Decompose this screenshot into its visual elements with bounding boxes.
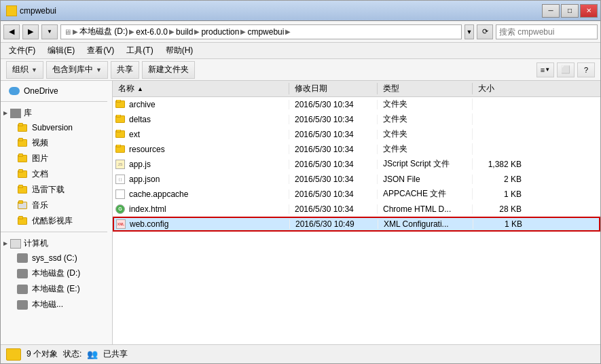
include-label: 包含到库中	[52, 64, 93, 75]
new-folder-button[interactable]: 新建文件夹	[142, 61, 195, 79]
content-area: 名称 ▲ 修改日期 类型 大小 arch	[113, 81, 600, 344]
file-date-cell: 2016/5/30 10:34	[289, 145, 378, 154]
xml-file-icon: XML	[116, 219, 126, 229]
view-toggle-button[interactable]: ≡ ▼	[536, 62, 554, 77]
preview-pane-button[interactable]: ⬜	[557, 62, 575, 77]
sidebar: OneDrive ▶ 库 Subversion	[1, 81, 113, 344]
file-name: ext	[129, 130, 140, 139]
path-segment-home: 🖥	[64, 28, 71, 36]
maximize-button[interactable]: □	[561, 4, 579, 18]
path-segment-cmpwebui: cmpwebui	[247, 27, 284, 37]
local-e-icon	[17, 284, 28, 295]
file-date-cell: 2016/5/30 10:34	[289, 175, 378, 184]
file-name-cell: G index.html	[113, 204, 289, 214]
sidebar-item-local-d[interactable]: 本地磁盘 (D:)	[1, 266, 107, 281]
image-icon	[17, 153, 28, 164]
file-date-cell: 2016/5/30 10:49	[290, 219, 378, 229]
sidebar-local-more-label: 本地磁...	[32, 299, 63, 310]
file-name: deltas	[129, 115, 151, 124]
help-button[interactable]: ?	[577, 62, 595, 77]
back-button[interactable]: ◀	[3, 24, 20, 39]
file-type-cell: 文件夹	[378, 98, 473, 110]
include-library-button[interactable]: 包含到库中 ▼	[46, 61, 108, 79]
file-size-cell: 1,382 KB	[473, 160, 527, 169]
file-type-cell: 文件夹	[378, 143, 473, 155]
html-file-icon: G	[115, 204, 125, 214]
sidebar-item-yx[interactable]: 优酷影视库	[1, 213, 107, 229]
toolbar: 组织 ▼ 包含到库中 ▼ 共享 新建文件夹 ≡ ▼ ⬜ ?	[1, 59, 600, 81]
refresh-button[interactable]: ⟳	[477, 24, 493, 39]
folder-icon	[115, 145, 125, 153]
folder-icon	[115, 130, 125, 138]
file-size-cell: 1 KB	[473, 189, 527, 199]
file-type-cell: XML Configurati...	[378, 219, 473, 229]
table-row[interactable]: { } app.json 2016/5/30 10:34 JSON File 2…	[113, 172, 600, 187]
sidebar-item-sys-ssd[interactable]: sys_ssd (C:)	[1, 251, 107, 266]
forward-button[interactable]: ▶	[22, 24, 39, 39]
file-date-cell: 2016/5/30 10:34	[289, 115, 378, 124]
recent-button[interactable]: ▼	[41, 24, 58, 39]
file-list: archive 2016/5/30 10:34 文件夹	[113, 97, 600, 344]
sidebar-item-download[interactable]: 迅雷下载	[1, 182, 107, 198]
column-size-header[interactable]: 大小	[473, 83, 527, 94]
sidebar-computer-label: 计算机	[24, 238, 48, 249]
file-date-cell: 2016/5/30 10:34	[289, 130, 378, 139]
sidebar-section-computer[interactable]: ▶ 计算机	[1, 235, 107, 251]
file-type-cell: 文件夹	[378, 113, 473, 125]
sidebar-item-docs[interactable]: 文档	[1, 166, 107, 182]
share-button[interactable]: 共享	[111, 61, 139, 79]
file-date-cell: 2016/5/30 10:34	[289, 100, 378, 109]
status-share: 已共享	[103, 348, 128, 360]
sidebar-item-music[interactable]: 音乐	[1, 198, 107, 213]
column-name-header[interactable]: 名称 ▲	[113, 83, 289, 94]
table-row[interactable]: XML web.config 2016/5/30 10:49 XML Confi…	[113, 217, 600, 232]
sidebar-download-label: 迅雷下载	[32, 184, 65, 196]
file-date-cell: 2016/5/30 10:34	[289, 160, 378, 169]
menu-file[interactable]: 文件(F)	[3, 43, 41, 58]
docs-icon	[17, 169, 28, 180]
menu-edit[interactable]: 编辑(E)	[42, 43, 80, 58]
column-date-header[interactable]: 修改日期	[289, 83, 378, 94]
address-path-bar[interactable]: 🖥 ▶ 本地磁盘 (D:) ▶ ext-6.0.0 ▶ build ▶ prod…	[60, 24, 462, 39]
table-row[interactable]: deltas 2016/5/30 10:34 文件夹	[113, 112, 600, 127]
table-row[interactable]: G index.html 2016/5/30 10:34 Chrome HTML…	[113, 202, 600, 217]
sidebar-item-subversion[interactable]: Subversion	[1, 120, 107, 135]
file-type-cell: JScript Script 文件	[378, 158, 473, 170]
minimize-button[interactable]: ─	[542, 4, 560, 18]
window-title: cmpwebui	[20, 6, 56, 16]
search-input[interactable]	[499, 27, 601, 37]
sidebar-section-library[interactable]: ▶ 库	[1, 105, 107, 120]
table-row[interactable]: ext 2016/5/30 10:34 文件夹	[113, 127, 600, 142]
file-name: web.config	[130, 219, 168, 229]
file-name: app.js	[129, 160, 151, 169]
close-button[interactable]: ✕	[580, 4, 598, 18]
table-row[interactable]: archive 2016/5/30 10:34 文件夹	[113, 97, 600, 112]
sort-arrow-icon: ▲	[137, 86, 143, 92]
title-bar-controls: ─ □ ✕	[542, 4, 598, 18]
path-dropdown-button[interactable]: ▼	[465, 24, 474, 39]
menu-help[interactable]: 帮助(H)	[160, 43, 199, 58]
view-arrow-icon: ▼	[545, 67, 550, 73]
file-name-cell: deltas	[113, 115, 289, 124]
sidebar-item-image[interactable]: 图片	[1, 151, 107, 166]
menu-view[interactable]: 查看(V)	[81, 43, 120, 58]
sidebar-item-local-e[interactable]: 本地磁盘 (E:)	[1, 281, 107, 297]
file-type-cell: 文件夹	[378, 128, 473, 140]
sidebar-item-local-more[interactable]: 本地磁...	[1, 297, 107, 312]
table-row[interactable]: resources 2016/5/30 10:34 文件夹	[113, 142, 600, 157]
sidebar-item-onedrive[interactable]: OneDrive	[1, 84, 107, 98]
menu-tools[interactable]: 工具(T)	[121, 43, 158, 58]
table-row[interactable]: JS app.js 2016/5/30 10:34 JScript Script…	[113, 157, 600, 172]
sidebar-item-video[interactable]: 视频	[1, 135, 107, 151]
subversion-icon	[17, 122, 28, 133]
organize-button[interactable]: 组织 ▼	[6, 61, 43, 79]
column-type-header[interactable]: 类型	[378, 83, 473, 94]
file-size-cell: 28 KB	[473, 204, 527, 214]
table-row[interactable]: cache.appcache 2016/5/30 10:34 APPCACHE …	[113, 187, 600, 202]
file-type-cell: JSON File	[378, 175, 473, 184]
file-type-cell: APPCACHE 文件	[378, 188, 473, 200]
sidebar-library-label: 库	[24, 107, 32, 119]
file-name: app.json	[129, 175, 160, 184]
menu-bar: 文件(F) 编辑(E) 查看(V) 工具(T) 帮助(H)	[1, 43, 600, 59]
download-icon	[17, 185, 28, 196]
